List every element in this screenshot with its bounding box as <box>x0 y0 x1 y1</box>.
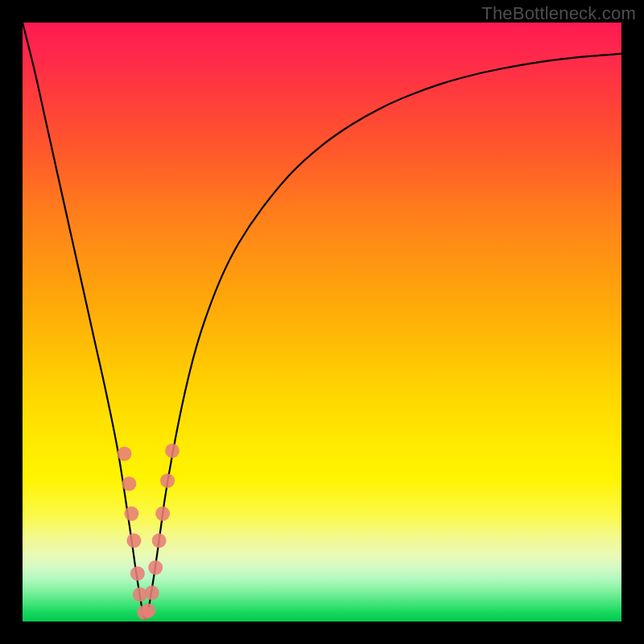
data-dot <box>152 534 167 548</box>
data-dot <box>130 566 145 580</box>
data-dot <box>117 447 131 461</box>
data-dot <box>126 534 141 548</box>
bottleneck-curve <box>23 23 621 618</box>
data-dot <box>122 477 136 491</box>
plot-area <box>23 23 621 621</box>
data-dot <box>155 506 170 521</box>
data-dot <box>148 560 163 575</box>
data-dot <box>124 506 138 521</box>
curve-layer <box>23 23 621 621</box>
data-dot <box>165 444 180 458</box>
chart-frame: TheBottleneck.com <box>0 0 644 644</box>
watermark-text: TheBottleneck.com <box>481 3 636 24</box>
data-dot <box>145 585 159 600</box>
data-dot <box>160 473 175 488</box>
data-dot <box>141 604 155 618</box>
